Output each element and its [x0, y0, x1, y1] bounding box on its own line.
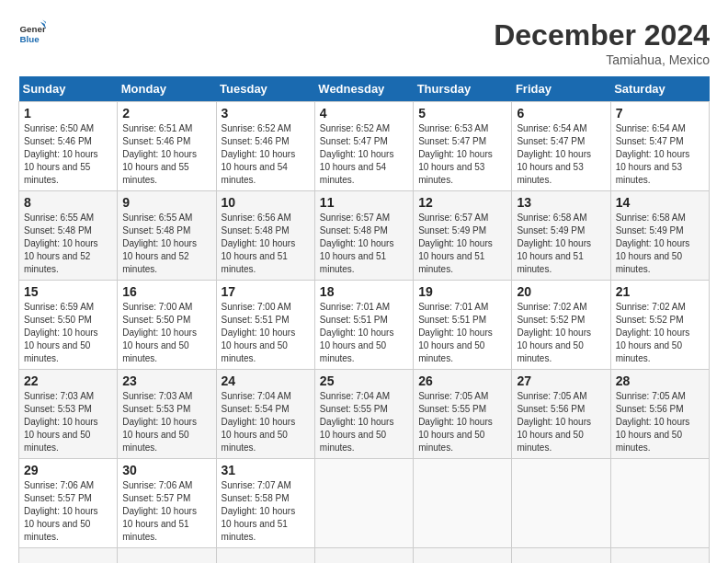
day-number: 6	[517, 106, 605, 121]
location: Tamiahua, Mexico	[494, 52, 710, 67]
day-number: 27	[517, 373, 605, 388]
day-number: 2	[122, 106, 210, 121]
calendar-week-4: 22 Sunrise: 7:03 AMSunset: 5:53 PMDaylig…	[19, 370, 710, 459]
calendar-cell: 2 Sunrise: 6:51 AMSunset: 5:46 PMDayligh…	[118, 102, 216, 191]
day-number: 15	[24, 284, 112, 299]
calendar-cell: 18 Sunrise: 7:01 AMSunset: 5:51 PMDaylig…	[314, 281, 413, 370]
day-number: 12	[418, 195, 506, 210]
calendar-cell: 28 Sunrise: 7:05 AMSunset: 5:56 PMDaylig…	[610, 370, 709, 459]
day-number: 17	[222, 284, 310, 299]
col-monday: Monday	[118, 76, 216, 102]
calendar-cell: 6 Sunrise: 6:54 AMSunset: 5:47 PMDayligh…	[512, 102, 610, 191]
day-number: 19	[418, 284, 506, 299]
calendar-cell: 16 Sunrise: 7:00 AMSunset: 5:50 PMDaylig…	[118, 281, 216, 370]
calendar-cell: 1 Sunrise: 6:50 AMSunset: 5:46 PMDayligh…	[19, 102, 118, 191]
day-number: 10	[222, 195, 310, 210]
calendar-cell: 31 Sunrise: 7:07 AMSunset: 5:58 PMDaylig…	[216, 459, 314, 548]
calendar-cell: 14 Sunrise: 6:58 AMSunset: 5:49 PMDaylig…	[610, 191, 709, 281]
day-number: 26	[418, 373, 506, 388]
calendar-cell	[19, 548, 118, 564]
col-thursday: Thursday	[414, 76, 512, 102]
calendar-cell: 17 Sunrise: 7:00 AMSunset: 5:51 PMDaylig…	[216, 281, 314, 370]
day-info: Sunrise: 6:53 AMSunset: 5:47 PMDaylight:…	[418, 123, 493, 185]
day-info: Sunrise: 7:06 AMSunset: 5:57 PMDaylight:…	[122, 480, 197, 542]
calendar-cell: 24 Sunrise: 7:04 AMSunset: 5:54 PMDaylig…	[216, 370, 314, 459]
day-number: 31	[222, 463, 310, 477]
calendar-cell: 3 Sunrise: 6:52 AMSunset: 5:46 PMDayligh…	[216, 102, 314, 191]
calendar-cell	[314, 548, 413, 564]
calendar-cell: 15 Sunrise: 6:59 AMSunset: 5:50 PMDaylig…	[19, 281, 118, 370]
day-info: Sunrise: 7:00 AMSunset: 5:50 PMDaylight:…	[122, 302, 197, 363]
day-number: 1	[24, 106, 112, 121]
day-info: Sunrise: 6:54 AMSunset: 5:47 PMDaylight:…	[616, 123, 690, 185]
calendar-cell: 26 Sunrise: 7:05 AMSunset: 5:55 PMDaylig…	[414, 370, 512, 459]
calendar-cell	[118, 548, 216, 564]
col-sunday: Sunday	[19, 76, 118, 102]
day-info: Sunrise: 6:54 AMSunset: 5:47 PMDaylight:…	[517, 123, 591, 185]
calendar-cell: 8 Sunrise: 6:55 AMSunset: 5:48 PMDayligh…	[19, 191, 118, 281]
svg-text:Blue: Blue	[20, 34, 40, 44]
day-info: Sunrise: 6:50 AMSunset: 5:46 PMDaylight:…	[24, 123, 98, 185]
calendar-cell: 4 Sunrise: 6:52 AMSunset: 5:47 PMDayligh…	[314, 102, 413, 191]
calendar-cell: 5 Sunrise: 6:53 AMSunset: 5:47 PMDayligh…	[414, 102, 512, 191]
calendar-cell: 21 Sunrise: 7:02 AMSunset: 5:52 PMDaylig…	[610, 281, 709, 370]
day-number: 29	[24, 463, 112, 477]
day-info: Sunrise: 7:05 AMSunset: 5:56 PMDaylight:…	[616, 391, 690, 453]
day-info: Sunrise: 7:04 AMSunset: 5:55 PMDaylight:…	[320, 391, 394, 453]
day-info: Sunrise: 6:52 AMSunset: 5:46 PMDaylight:…	[222, 123, 296, 185]
day-info: Sunrise: 6:56 AMSunset: 5:48 PMDaylight:…	[222, 213, 296, 274]
day-number: 23	[122, 373, 210, 388]
calendar-cell: 7 Sunrise: 6:54 AMSunset: 5:47 PMDayligh…	[610, 102, 709, 191]
col-saturday: Saturday	[610, 76, 709, 102]
day-info: Sunrise: 7:02 AMSunset: 5:52 PMDaylight:…	[616, 302, 690, 363]
day-number: 28	[616, 373, 704, 388]
day-info: Sunrise: 6:55 AMSunset: 5:48 PMDaylight:…	[24, 213, 98, 274]
day-number: 18	[320, 284, 408, 299]
calendar-cell: 22 Sunrise: 7:03 AMSunset: 5:53 PMDaylig…	[19, 370, 118, 459]
calendar-cell: 10 Sunrise: 6:56 AMSunset: 5:48 PMDaylig…	[216, 191, 314, 281]
calendar-week-5: 29 Sunrise: 7:06 AMSunset: 5:57 PMDaylig…	[19, 459, 710, 548]
day-number: 4	[320, 106, 408, 121]
day-info: Sunrise: 7:02 AMSunset: 5:52 PMDaylight:…	[517, 302, 591, 363]
calendar-cell: 19 Sunrise: 7:01 AMSunset: 5:51 PMDaylig…	[414, 281, 512, 370]
day-info: Sunrise: 7:03 AMSunset: 5:53 PMDaylight:…	[24, 391, 98, 453]
day-info: Sunrise: 7:06 AMSunset: 5:57 PMDaylight:…	[24, 480, 98, 542]
day-number: 25	[320, 373, 408, 388]
day-info: Sunrise: 7:07 AMSunset: 5:58 PMDaylight:…	[222, 480, 296, 542]
logo-icon: General Blue	[18, 18, 46, 46]
col-wednesday: Wednesday	[314, 76, 413, 102]
calendar-cell: 29 Sunrise: 7:06 AMSunset: 5:57 PMDaylig…	[19, 459, 118, 548]
col-tuesday: Tuesday	[216, 76, 314, 102]
day-number: 5	[418, 106, 506, 121]
day-number: 30	[122, 463, 210, 477]
day-info: Sunrise: 7:03 AMSunset: 5:53 PMDaylight:…	[122, 391, 197, 453]
day-number: 13	[517, 195, 605, 210]
calendar-cell	[314, 459, 413, 548]
calendar-cell: 12 Sunrise: 6:57 AMSunset: 5:49 PMDaylig…	[414, 191, 512, 281]
day-info: Sunrise: 7:01 AMSunset: 5:51 PMDaylight:…	[418, 302, 493, 363]
calendar-week-6	[19, 548, 710, 564]
title-block: December 2024 Tamiahua, Mexico	[494, 18, 710, 67]
col-friday: Friday	[512, 76, 610, 102]
day-info: Sunrise: 7:00 AMSunset: 5:51 PMDaylight:…	[222, 302, 296, 363]
calendar-cell: 30 Sunrise: 7:06 AMSunset: 5:57 PMDaylig…	[118, 459, 216, 548]
day-info: Sunrise: 7:01 AMSunset: 5:51 PMDaylight:…	[320, 302, 394, 363]
header-row: Sunday Monday Tuesday Wednesday Thursday…	[19, 76, 710, 102]
day-number: 16	[122, 284, 210, 299]
calendar-cell: 13 Sunrise: 6:58 AMSunset: 5:49 PMDaylig…	[512, 191, 610, 281]
calendar-cell: 25 Sunrise: 7:04 AMSunset: 5:55 PMDaylig…	[314, 370, 413, 459]
calendar-cell	[512, 548, 610, 564]
day-number: 3	[222, 106, 310, 121]
calendar-week-1: 1 Sunrise: 6:50 AMSunset: 5:46 PMDayligh…	[19, 102, 710, 191]
calendar-cell: 27 Sunrise: 7:05 AMSunset: 5:56 PMDaylig…	[512, 370, 610, 459]
calendar-cell	[512, 459, 610, 548]
day-info: Sunrise: 6:57 AMSunset: 5:48 PMDaylight:…	[320, 213, 394, 274]
calendar-cell: 23 Sunrise: 7:03 AMSunset: 5:53 PMDaylig…	[118, 370, 216, 459]
day-number: 9	[122, 195, 210, 210]
day-info: Sunrise: 6:51 AMSunset: 5:46 PMDaylight:…	[122, 123, 197, 185]
day-info: Sunrise: 6:58 AMSunset: 5:49 PMDaylight:…	[517, 213, 591, 274]
day-number: 11	[320, 195, 408, 210]
day-number: 20	[517, 284, 605, 299]
page-header: General Blue December 2024 Tamiahua, Mex…	[18, 18, 710, 67]
day-number: 24	[222, 373, 310, 388]
